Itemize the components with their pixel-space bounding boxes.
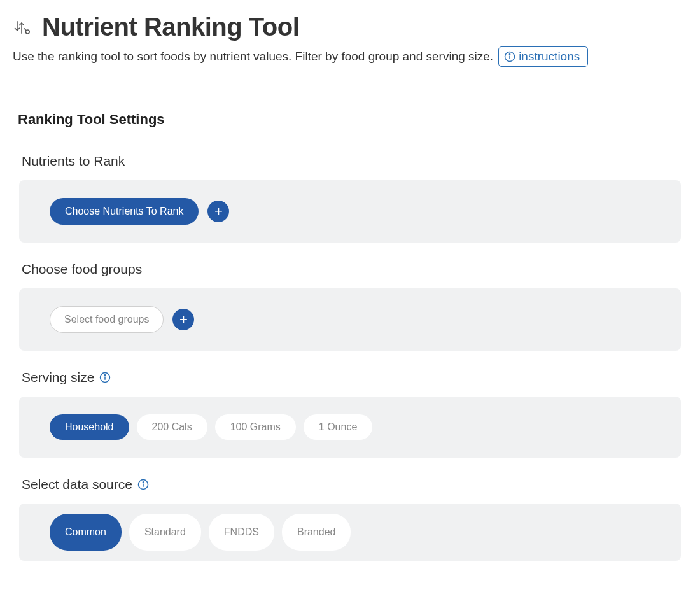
data-source-option-common[interactable]: Common [50,514,122,551]
serving-size-label: Serving size [22,370,94,385]
select-food-groups-button[interactable]: Select food groups [50,306,164,333]
data-source-options: Common Standard FNDDS Branded [50,514,351,551]
add-nutrient-button[interactable]: + [207,201,229,222]
svg-point-9 [143,482,143,483]
instructions-label: instructions [519,50,580,64]
data-source-label: Select data source [22,477,132,492]
choose-nutrients-button[interactable]: Choose Nutrients To Rank [50,198,199,225]
data-source-option-standard[interactable]: Standard [129,514,201,551]
serving-option-1ounce[interactable]: 1 Ounce [304,414,372,440]
ranking-icon [13,18,31,36]
info-icon[interactable] [99,372,111,383]
settings-heading: Ranking Tool Settings [13,111,687,128]
food-groups-label: Choose food groups [13,262,687,277]
svg-point-3 [510,54,510,55]
nutrients-panel: Choose Nutrients To Rank + [19,180,681,243]
info-icon[interactable] [137,479,149,490]
svg-point-6 [105,375,106,376]
page-subtitle: Use the ranking tool to sort foods by nu… [13,50,493,64]
instructions-button[interactable]: instructions [498,46,588,67]
data-source-option-fndds[interactable]: FNDDS [209,514,274,551]
serving-option-household[interactable]: Household [50,414,129,440]
serving-size-options: Household 200 Cals 100 Grams 1 Ounce [50,414,372,440]
food-groups-panel: Select food groups + [19,288,681,351]
page-title: Nutrient Ranking Tool [42,13,299,41]
info-icon [504,51,515,62]
serving-option-200cals[interactable]: 200 Cals [137,414,207,440]
serving-size-panel: Household 200 Cals 100 Grams 1 Ounce [19,397,681,458]
data-source-panel: Common Standard FNDDS Branded [19,504,681,561]
nutrients-label: Nutrients to Rank [13,153,687,169]
add-food-group-button[interactable]: + [172,309,194,330]
plus-icon: + [214,204,223,218]
data-source-option-branded[interactable]: Branded [282,514,351,551]
plus-icon: + [179,313,188,327]
serving-option-100grams[interactable]: 100 Grams [215,414,296,440]
